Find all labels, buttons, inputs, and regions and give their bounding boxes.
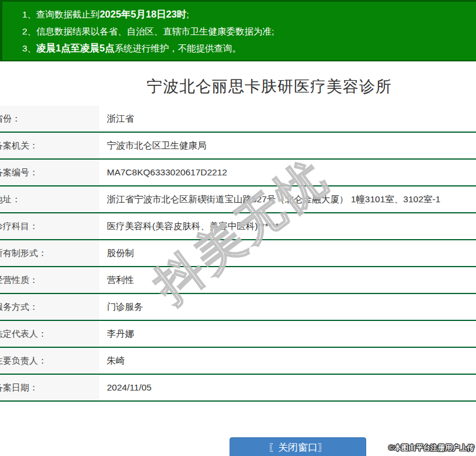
field-value: 营利性 [99,267,476,293]
field-label: 省份： [0,106,99,132]
registration-info-table: 省份： 浙江省 备案机关： 宁波市北仑区卫生健康局 备案编号： MA7C8KQ6… [0,106,476,402]
table-row: 法定代表人： 李丹娜 [0,321,476,348]
notice-line-1-bold: 2025年5月18日23时 [100,9,187,19]
table-row: 备案机关： 宁波市北仑区卫生健康局 [0,133,476,160]
table-row: 诊疗科目： 医疗美容科(美容皮肤科、美容中医科)****** [0,213,476,240]
notice-line-1: 1、查询数据截止到2025年5月18日23时; [22,6,476,23]
field-label: 法定代表人： [0,321,99,347]
field-label: 地址： [0,186,99,212]
field-value: MA7C8KQ6333020617D2212 [99,160,476,185]
notice-line-2-text: 2、信息数据结果以各省、自治区、直辖市卫生健康委数据为准; [22,26,274,36]
field-value: 2024/11/05 [99,375,476,400]
uploader-note: ©本图由平台注册用户上传 [388,443,474,453]
field-value: 李丹娜 [99,321,476,347]
table-row: 服务方式： 门诊服务 [0,294,476,321]
table-row: 经营性质： 营利性 [0,267,476,294]
notice-line-3-suffix: 系统进行维护，不能提供查询。 [114,43,241,53]
field-label: 备案编号： [0,160,99,185]
page-title: 宁波北仑丽思卡肤研医疗美容诊所 [0,76,476,97]
table-row: 主要负责人： 朱崎 [0,348,476,375]
field-label: 备案机关： [0,133,99,158]
field-label: 经营性质： [0,267,99,293]
table-row: 备案日期： 2024/11/05 [0,375,476,402]
field-label: 诊疗科目： [0,213,99,239]
notice-line-3-bold: 凌晨1点至凌晨5点 [36,43,114,53]
notice-line-3: 3、凌晨1点至凌晨5点系统进行维护，不能提供查询。 [22,40,476,57]
field-value: 浙江省 [99,106,476,132]
field-value: 朱崎 [99,348,476,374]
field-label: 备案日期： [0,375,99,400]
field-label: 所有制形式： [0,240,99,266]
table-row: 所有制形式： 股份制 [0,240,476,267]
notice-line-3-text: 3、 [22,43,36,53]
notice-line-2: 2、信息数据结果以各省、自治区、直辖市卫生健康委数据为准; [22,23,476,40]
notice-banner: 1、查询数据截止到2025年5月18日23时; 2、信息数据结果以各省、自治区、… [0,0,476,61]
field-label: 服务方式： [0,294,99,320]
field-value: 宁波市北仑区卫生健康局 [99,133,476,158]
notice-line-1-text: 1、查询数据截止到 [22,9,100,19]
field-value: 医疗美容科(美容皮肤科、美容中医科)****** [99,213,476,239]
close-window-button[interactable]: 〖关闭窗口〗 [230,437,366,456]
notice-line-1-suffix: ; [186,9,189,19]
field-value: 门诊服务 [99,294,476,320]
table-row: 省份： 浙江省 [0,106,476,133]
table-row: 备案编号： MA7C8KQ6333020617D2212 [0,160,476,186]
field-value: 股份制 [99,240,476,266]
table-row: 地址： 浙江省宁波市北仑区新碶街道宝山路527号（北仑金融大厦） 1幢3101室… [0,186,476,213]
field-label: 主要负责人： [0,348,99,374]
field-value: 浙江省宁波市北仑区新碶街道宝山路527号（北仑金融大厦） 1幢3101室、310… [99,186,476,212]
